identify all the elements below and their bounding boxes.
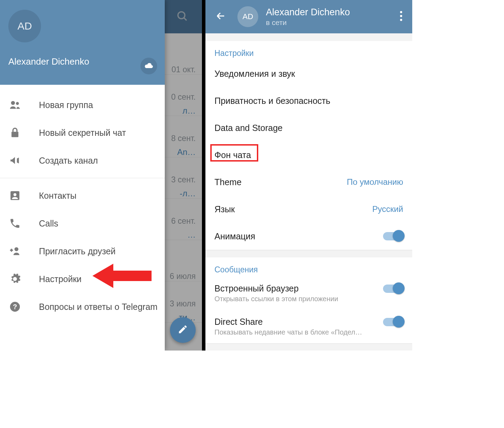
row-notifications[interactable]: Уведомления и звук — [205, 60, 412, 87]
menu-label: Создать канал — [39, 156, 98, 166]
svg-point-13 — [400, 19, 402, 21]
row-language[interactable]: Язык Русский — [205, 196, 412, 223]
row-subtitle: Показывать недавние чаты в блоке «Подел… — [214, 328, 362, 336]
contact-icon — [9, 190, 21, 201]
svg-point-7 — [15, 247, 18, 251]
drawer-header: AD Alexander Dichenko — [0, 0, 165, 85]
row-chat-background[interactable]: Фон чата — [205, 141, 412, 168]
row-label: Direct Share — [214, 317, 263, 327]
megaphone-icon — [9, 155, 21, 166]
saved-messages-button[interactable] — [140, 58, 157, 74]
section-title: Настройки — [205, 41, 412, 60]
nav-drawer: AD Alexander Dichenko Новая группа Новый… — [0, 0, 165, 351]
switch-toggle[interactable] — [383, 232, 403, 240]
avatar[interactable]: AD — [237, 6, 258, 27]
phone-icon — [9, 217, 21, 229]
group-icon — [9, 99, 21, 111]
menu-label: Calls — [39, 219, 58, 229]
row-label: Встроенный браузер — [214, 283, 299, 294]
section-settings: Настройки Уведомления и звук Приватность… — [205, 41, 412, 250]
row-value: По умолчанию — [347, 177, 403, 187]
row-label: Приватность и безопасность — [214, 96, 330, 106]
more-button[interactable] — [393, 9, 409, 24]
row-theme[interactable]: Theme По умолчанию — [205, 168, 412, 196]
pencil-icon — [178, 324, 188, 336]
left-screenshot: 01 окт. 0 сент.л… 8 сент.An… 3 сент.-л… … — [0, 0, 205, 351]
drawer-user-name: Alexander Dichenko — [8, 56, 156, 67]
avatar[interactable]: AD — [8, 10, 41, 42]
menu-invite[interactable]: Пригласить друзей — [0, 237, 165, 265]
row-label: Язык — [214, 204, 235, 214]
menu-new-channel[interactable]: Создать канал — [0, 147, 165, 174]
section-messages: Сообщения Встроенный браузер Открывать с… — [205, 257, 412, 343]
section-title: Сообщения — [205, 257, 412, 277]
avatar-initials: AD — [243, 12, 253, 21]
settings-body: Настройки Уведомления и звук Приватность… — [205, 33, 412, 351]
row-subtitle: Открывать ссылки в этом приложении — [214, 295, 338, 303]
row-label: Анимация — [214, 231, 255, 241]
drawer-menu: Новая группа Новый секретный чат Создать… — [0, 85, 165, 321]
switch-toggle[interactable] — [383, 318, 403, 326]
row-data-storage[interactable]: Data and Storage — [205, 114, 412, 141]
svg-point-11 — [400, 11, 402, 13]
avatar-initials: AD — [17, 20, 32, 32]
header-status: в сети — [266, 18, 393, 27]
menu-divider — [0, 178, 165, 178]
settings-header: AD Alexander Dichenko в сети — [205, 0, 412, 33]
svg-text:?: ? — [13, 303, 17, 311]
row-privacy[interactable]: Приватность и безопасность — [205, 87, 412, 114]
svg-rect-4 — [11, 132, 18, 137]
svg-point-2 — [11, 101, 15, 105]
menu-label: Настройки — [39, 274, 82, 284]
svg-point-12 — [400, 15, 402, 17]
row-direct-share[interactable]: Direct Share Показывать недавние чаты в … — [205, 310, 412, 343]
row-value: Русский — [372, 204, 403, 214]
row-label: Data and Storage — [214, 123, 283, 133]
menu-faq[interactable]: ? Вопросы и ответы о Telegram — [0, 293, 165, 321]
more-vert-icon — [400, 11, 403, 23]
menu-new-group[interactable]: Новая группа — [0, 91, 165, 119]
switch-toggle[interactable] — [383, 285, 403, 293]
lock-icon — [9, 127, 21, 139]
row-animation[interactable]: Анимация — [205, 223, 412, 250]
header-title: Alexander Dichenko — [266, 7, 393, 18]
help-icon: ? — [9, 301, 21, 313]
menu-label: Контакты — [39, 191, 76, 201]
row-label: Уведомления и звук — [214, 69, 295, 79]
right-screenshot: AD Alexander Dichenko в сети Настройки У… — [205, 0, 412, 351]
arrow-left-icon — [216, 11, 226, 23]
menu-label: Вопросы и ответы о Telegram — [39, 302, 157, 312]
menu-calls[interactable]: Calls — [0, 209, 165, 237]
menu-contacts[interactable]: Контакты — [0, 182, 165, 209]
add-person-icon — [9, 245, 21, 257]
menu-settings[interactable]: Настройки — [0, 265, 165, 293]
menu-label: Новый секретный чат — [39, 128, 126, 138]
menu-label: Новая группа — [39, 100, 93, 110]
gear-icon — [9, 273, 21, 285]
back-button[interactable] — [213, 9, 228, 24]
menu-label: Пригласить друзей — [39, 246, 116, 256]
row-in-app-browser[interactable]: Встроенный браузер Открывать ссылки в эт… — [205, 277, 412, 310]
compose-fab[interactable] — [170, 317, 196, 343]
svg-point-6 — [14, 193, 17, 196]
row-label: Фон чата — [214, 150, 251, 160]
svg-point-3 — [16, 102, 19, 105]
cloud-icon — [144, 62, 154, 70]
header-title-block: Alexander Dichenko в сети — [266, 7, 393, 27]
menu-new-secret-chat[interactable]: Новый секретный чат — [0, 119, 165, 147]
row-label: Theme — [214, 177, 242, 187]
